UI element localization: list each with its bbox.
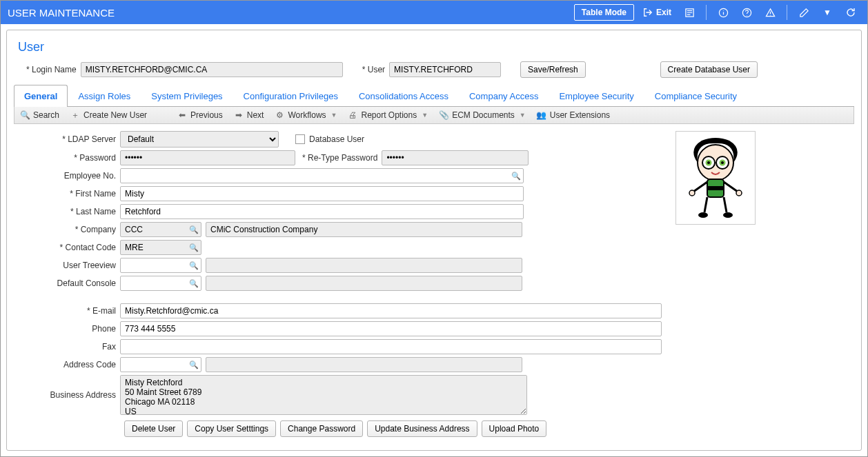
arrow-right-icon: ➡ [234,110,244,120]
contact-code-label: * Contact Code [18,243,120,252]
app-window: USER MAINTENANCE Table Mode Exit [0,0,868,457]
contact-code-field[interactable] [120,240,201,255]
password-label: * Password [18,153,120,163]
tab-general[interactable]: General [14,85,68,107]
user-extensions-label: User Extensions [550,110,610,120]
fax-field[interactable] [120,339,662,354]
first-name-label: * First Name [18,189,120,199]
tab-configuration-privileges[interactable]: Configuration Privileges [233,85,348,107]
document-icon: 📎 [439,110,448,120]
alert-icon-button[interactable] [760,4,780,21]
ecm-documents-tool[interactable]: 📎 ECM Documents ▼ [439,110,526,120]
next-label: Next [247,110,264,120]
table-mode-button[interactable]: Table Mode [574,4,634,21]
database-user-label: Database User [309,134,364,144]
extension-icon: 👥 [537,110,546,120]
tab-compliance-security[interactable]: Compliance Security [644,85,747,107]
svg-rect-11 [707,186,724,190]
toolbar: 🔍 Search ＋ Create New User ⬅ Previous ➡ … [14,107,854,124]
refresh-icon-button[interactable] [841,4,860,21]
avatar-icon [681,136,750,219]
update-business-address-button[interactable]: Update Business Address [367,420,477,437]
employee-no-field[interactable] [120,168,524,183]
password-field[interactable] [120,150,295,165]
report-options-tool[interactable]: 🖨 Report Options ▼ [348,110,428,120]
company-code-field[interactable] [120,222,201,237]
header-row: * Login Name * User Save/Refresh Create … [14,61,854,78]
address-code-field[interactable] [120,357,201,372]
employee-no-label: Employee No. [18,171,120,181]
form-area: * LDAP Server Default Database User * Pa… [14,124,854,444]
tab-bar: General Assign Roles System Privileges C… [14,85,854,107]
user-extensions-tool[interactable]: 👥 User Extensions [537,110,610,120]
exit-button[interactable]: Exit [638,4,675,21]
chevron-down-icon: ▼ [520,112,526,119]
ldap-server-label: * LDAP Server [18,134,120,144]
chevron-down-icon: ▼ [331,112,337,119]
svg-point-12 [698,212,708,218]
email-field[interactable] [120,303,662,318]
svg-point-9 [721,161,724,164]
tab-system-privileges[interactable]: System Privileges [141,85,233,107]
edit-icon [798,7,809,18]
user-treeview-field[interactable] [120,258,201,273]
first-name-field[interactable] [120,186,524,201]
workflows-tool[interactable]: ⚙ Workflows ▼ [275,110,337,120]
exit-icon [642,7,653,18]
user-panel: User * Login Name * User Save/Refresh Cr… [6,30,862,451]
user-treeview-desc [206,258,522,273]
edit-icon-button[interactable] [794,4,813,21]
upload-photo-button[interactable]: Upload Photo [482,420,547,437]
create-database-user-button[interactable]: Create Database User [660,61,758,78]
user-field[interactable] [389,62,501,77]
company-label: * Company [18,225,120,234]
tab-company-access[interactable]: Company Access [459,85,549,107]
info-icon-button[interactable] [713,4,733,21]
tab-employee-security[interactable]: Employee Security [549,85,644,107]
business-address-label: Business Address [18,390,120,400]
exit-label: Exit [656,8,671,17]
phone-label: Phone [18,324,120,334]
phone-field[interactable] [120,321,662,336]
create-new-user-tool[interactable]: ＋ Create New User [70,110,147,120]
retype-password-field[interactable] [382,150,529,165]
form-column: * LDAP Server Default Database User * Pa… [18,131,662,437]
default-console-field[interactable] [120,276,201,291]
help-icon-button[interactable] [737,4,756,21]
help-icon [741,7,752,18]
search-tool[interactable]: 🔍 Search [20,110,59,120]
default-console-label: Default Console [18,278,120,288]
workflows-label: Workflows [288,110,326,120]
email-label: * E-mail [18,306,120,316]
app-title: USER MAINTENANCE [8,7,115,19]
notes-icon [684,7,695,18]
save-refresh-button[interactable]: Save/Refresh [520,61,586,78]
delete-user-button[interactable]: Delete User [124,420,183,437]
alert-icon [765,7,776,18]
company-name-field [206,222,522,237]
fax-label: Fax [18,342,120,352]
user-photo [675,131,756,225]
chevron-down-icon-button[interactable]: ▼ [818,4,837,21]
svg-point-15 [736,190,742,196]
copy-user-settings-button[interactable]: Copy User Setttings [187,420,276,437]
tab-assign-roles[interactable]: Assign Roles [68,85,141,107]
change-password-button[interactable]: Change Password [280,420,363,437]
business-address-field[interactable]: Misty Retchford 50 Maint Street 6789 Chi… [120,375,527,415]
previous-tool[interactable]: ⬅ Previous [177,110,223,120]
svg-point-14 [689,190,695,196]
last-name-field[interactable] [120,204,524,219]
user-treeview-label: User Treeview [18,261,120,270]
panel-title: User [14,40,854,54]
database-user-checkbox[interactable] [295,134,305,144]
default-console-desc [206,276,522,291]
next-tool[interactable]: ➡ Next [234,110,264,120]
ldap-server-select[interactable]: Default [120,131,279,148]
address-code-desc [206,357,522,372]
refresh-icon [845,7,856,18]
report-options-label: Report Options [361,110,417,120]
notes-icon-button[interactable] [680,4,699,21]
tab-consolidations-access[interactable]: Consolidations Access [348,85,459,107]
login-name-field[interactable] [81,62,343,77]
last-name-label: * Last Name [18,207,120,216]
